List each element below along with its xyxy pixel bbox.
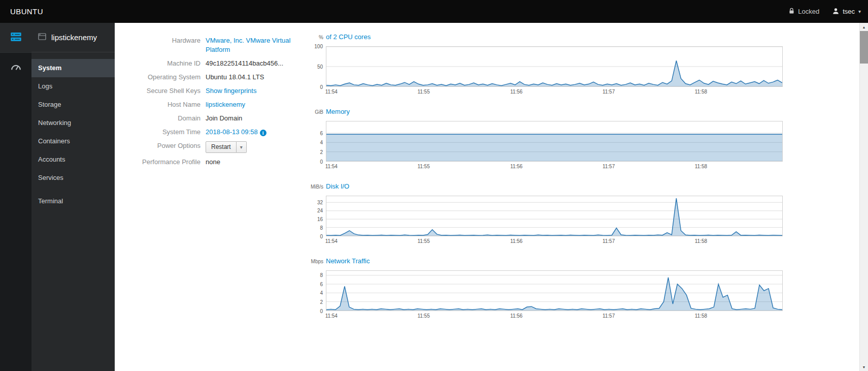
power-options-dropdown: Restart ▾	[206, 141, 247, 153]
disk-x-axis: 11:5411:5511:5611:5711:58	[326, 236, 783, 244]
user-icon	[832, 8, 839, 16]
sidebar-item-accounts[interactable]: Accounts	[31, 150, 115, 169]
memory-y-axis: 0246	[311, 121, 326, 162]
sidebar-item-networking[interactable]: Networking	[31, 114, 115, 132]
sidebar-item-storage[interactable]: Storage	[31, 96, 115, 114]
chart-network: Mbps Network Traffic 02468 11:5411:5511:…	[311, 257, 794, 319]
sidebar-item-system[interactable]: System	[31, 59, 115, 77]
host-name: lipstickenemy	[51, 33, 97, 42]
cpu-chart-title-link[interactable]: of 2 CPU cores	[326, 33, 371, 41]
cpu-graph[interactable]	[326, 46, 783, 87]
chart-memory: GiB Memory 0246 11:5411:5511:5611:5711:5…	[311, 108, 794, 170]
sidebar-item-services[interactable]: Services	[31, 169, 115, 187]
user-menu[interactable]: tsec ▾	[832, 8, 861, 16]
disk-y-axis: 08162432	[311, 196, 326, 236]
network-graph[interactable]	[326, 270, 783, 311]
disk-chart-title-link[interactable]: Disk I/O	[326, 182, 349, 190]
vertical-scrollbar: ▲ ▼	[859, 23, 868, 371]
memory-x-axis: 11:5411:5511:5611:5711:58	[326, 162, 783, 170]
info-row-system-time: System Time 2018-08-13 09:58i	[122, 128, 311, 137]
lock-icon	[789, 8, 794, 16]
locked-label: Locked	[798, 8, 819, 15]
join-domain-value[interactable]: Join Domain	[206, 114, 242, 123]
info-row-ssh: Secure Shell Keys Show fingerprints	[122, 86, 311, 96]
dashboard-gauge-icon	[10, 61, 22, 75]
domain-label: Domain	[122, 114, 206, 123]
info-row-machine-id: Machine ID 49c1822514114bacb456...	[122, 59, 311, 68]
info-row-os: Operating System Ubuntu 18.04.1 LTS	[122, 73, 311, 82]
system-page: Hardware VMware, Inc. VMware Virtual Pla…	[115, 23, 859, 371]
top-navbar: UBUNTU Locked tsec ▾	[0, 0, 868, 23]
system-time-label: System Time	[122, 128, 206, 137]
memory-chart-title-link[interactable]: Memory	[326, 108, 350, 115]
chevron-down-icon: ▾	[858, 9, 861, 14]
restart-button[interactable]: Restart	[206, 141, 237, 153]
info-row-hostname: Host Name lipstickenemy	[122, 100, 311, 109]
scrollbar-down-arrow[interactable]: ▼	[860, 363, 868, 371]
cpu-unit-label: %	[311, 35, 326, 40]
system-info-panel: Hardware VMware, Inc. VMware Virtual Pla…	[122, 33, 311, 371]
strip-item-host[interactable]	[0, 23, 31, 52]
memory-unit-label: GiB	[311, 109, 326, 115]
graphs-panel: % of 2 CPU cores 050100 11:5411:5511:561…	[311, 33, 794, 371]
app-icon-strip	[0, 23, 31, 371]
info-row-hardware: Hardware VMware, Inc. VMware Virtual Pla…	[122, 36, 311, 54]
hardware-label: Hardware	[122, 36, 206, 54]
show-fingerprints-link[interactable]: Show fingerprints	[206, 87, 256, 95]
scrollbar-thumb[interactable]	[860, 31, 868, 64]
network-chart-title-link[interactable]: Network Traffic	[326, 257, 370, 265]
server-icon	[10, 30, 22, 45]
info-icon[interactable]: i	[260, 130, 266, 136]
chart-disk-io: MiB/s Disk I/O 08162432 11:5411:5511:561…	[311, 182, 794, 244]
strip-item-dashboard[interactable]	[0, 53, 31, 82]
system-time-link[interactable]: 2018-08-13 09:58	[206, 128, 258, 136]
locked-indicator[interactable]: Locked	[789, 8, 819, 16]
machine-id-label: Machine ID	[122, 59, 206, 68]
network-x-axis: 11:5411:5511:5611:5711:58	[326, 311, 783, 319]
user-name: tsec	[843, 8, 855, 15]
scrollbar-up-arrow[interactable]: ▲	[860, 23, 868, 31]
host-selector[interactable]: lipstickenemy	[31, 23, 115, 52]
brand-logo: UBUNTU	[10, 7, 43, 16]
hardware-link[interactable]: VMware, Inc. VMware Virtual Platform	[206, 37, 290, 53]
ssh-label: Secure Shell Keys	[122, 86, 206, 96]
hostname-label: Host Name	[122, 100, 206, 109]
hostname-link[interactable]: lipstickenemy	[206, 101, 245, 108]
host-icon	[38, 33, 46, 42]
machine-id-value: 49c1822514114bacb456...	[206, 59, 283, 68]
performance-profile-label: Performance Profile	[122, 158, 206, 167]
info-row-performance-profile: Performance Profile none	[122, 158, 311, 167]
os-value: Ubuntu 18.04.1 LTS	[206, 73, 264, 82]
power-options-label: Power Options	[122, 141, 206, 153]
cpu-y-axis: 050100	[311, 46, 326, 87]
power-options-caret[interactable]: ▾	[237, 141, 247, 153]
performance-profile-value: none	[206, 158, 220, 167]
sidebar: lipstickenemy System Logs Storage Networ…	[31, 23, 115, 371]
sidebar-item-containers[interactable]: Containers	[31, 132, 115, 150]
network-y-axis: 02468	[311, 270, 326, 311]
info-row-domain: Domain Join Domain	[122, 114, 311, 123]
memory-graph[interactable]	[326, 121, 783, 162]
cpu-x-axis: 11:5411:5511:5611:5711:58	[326, 87, 783, 95]
disk-unit-label: MiB/s	[311, 184, 326, 190]
disk-graph[interactable]	[326, 196, 783, 236]
chart-cpu: % of 2 CPU cores 050100 11:5411:5511:561…	[311, 33, 794, 95]
network-unit-label: Mbps	[311, 259, 326, 264]
cockpit-window: UBUNTU Locked tsec ▾	[0, 0, 868, 371]
sidebar-item-logs[interactable]: Logs	[31, 77, 115, 96]
os-label: Operating System	[122, 73, 206, 82]
sidebar-item-terminal[interactable]: Terminal	[31, 192, 115, 210]
info-row-power-options: Power Options Restart ▾	[122, 141, 311, 153]
